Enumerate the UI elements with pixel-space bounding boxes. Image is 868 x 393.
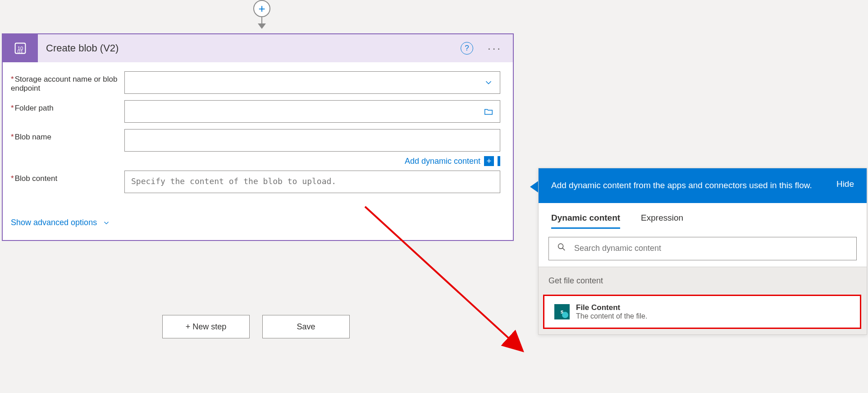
folder-path-input[interactable] [124,100,500,123]
item-desc: The content of the file. [576,312,647,320]
blob-connector-icon: 10 01 [3,34,38,62]
action-buttons: + New step Save [0,315,512,338]
add-dynamic-content-row: Add dynamic content + [124,156,500,166]
card-title: Create blob (V2) [38,42,461,54]
dynamic-content-item-file-content[interactable]: s File Content The content of the file. [543,295,861,329]
field-blob-content: *Blob content [11,171,500,194]
field-storage-account: *Storage account name or blob endpoint [11,71,500,94]
dynamic-content-group-title: Get file content [539,267,867,295]
card-body: *Storage account name or blob endpoint *… [3,62,513,240]
add-dynamic-content-plus-icon[interactable]: + [484,156,494,166]
svg-text:01: 01 [18,49,23,54]
field-label: *Blob content [11,171,124,183]
required-indicator: * [11,75,14,83]
help-icon[interactable]: ? [461,42,473,55]
field-blob-name: *Blob name [11,129,500,152]
tab-expression[interactable]: Expression [641,213,683,229]
required-indicator: * [11,104,14,112]
search-icon [557,242,566,253]
panel-header: Add dynamic content from the apps and co… [539,168,867,203]
new-step-button[interactable]: + New step [162,315,250,338]
field-label: *Folder path [11,100,124,113]
item-title: File Content [576,303,647,312]
more-menu-button[interactable]: ··· [488,42,513,55]
field-label: *Blob name [11,129,124,142]
chevron-down-icon [102,219,110,227]
card-header[interactable]: 10 01 Create blob (V2) ? ··· [3,34,513,62]
hide-panel-button[interactable]: Hide [836,179,854,192]
connector: + [253,0,270,29]
dynamic-content-panel: Add dynamic content from the apps and co… [538,168,867,335]
panel-header-text: Add dynamic content from the apps and co… [551,179,826,192]
show-advanced-options-link[interactable]: Show advanced options [11,218,110,227]
action-card: 10 01 Create blob (V2) ? ··· *Storage ac… [2,33,514,241]
search-input[interactable] [548,237,857,260]
search-wrap [539,229,867,267]
panel-body[interactable]: Get file content s File Content The cont… [539,267,867,334]
folder-picker-icon[interactable] [482,105,495,118]
field-folder-path: *Folder path [11,100,500,123]
save-button[interactable]: Save [262,315,350,338]
canvas: + 10 01 Create blob (V2) ? ··· *Storage … [0,0,868,393]
required-indicator: * [11,174,14,183]
required-indicator: * [11,133,14,141]
add-step-button[interactable]: + [253,0,270,17]
blob-name-input[interactable] [124,129,500,152]
svg-point-3 [558,244,563,249]
item-text: File Content The content of the file. [576,303,647,320]
add-dynamic-content-bar [498,156,500,166]
dropdown-chevron-icon[interactable] [482,76,495,89]
blob-content-input[interactable] [124,171,500,193]
connector-arrow-icon [258,23,266,29]
connector-line [261,17,262,23]
storage-account-input[interactable] [124,71,500,94]
add-dynamic-content-link[interactable]: Add dynamic content [405,157,480,166]
field-label: *Storage account name or blob endpoint [11,71,124,93]
svg-line-4 [562,248,565,250]
panel-tabs: Dynamic content Expression [539,203,867,229]
tab-dynamic-content[interactable]: Dynamic content [551,213,620,229]
sharepoint-icon: s [554,304,570,319]
panel-callout-arrow-icon [530,180,539,193]
